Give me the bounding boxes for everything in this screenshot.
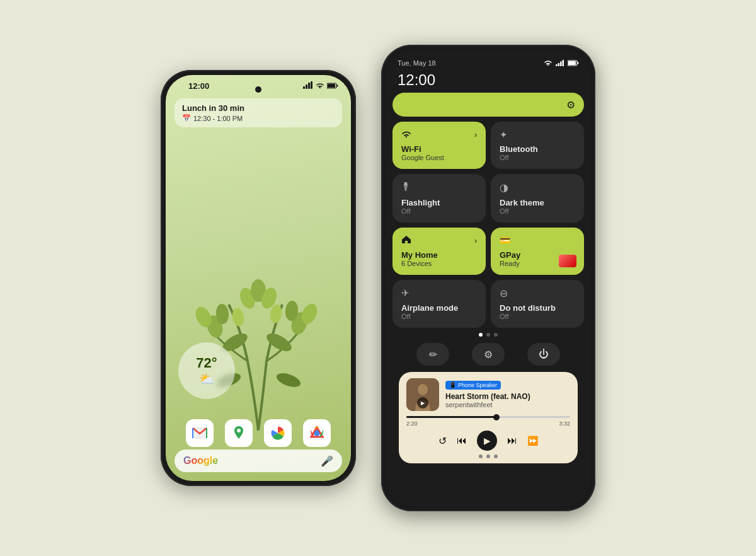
media-dots [406,455,570,458]
qs-dot-3 [494,333,498,337]
play-icon: ▶ [484,436,491,446]
media-current-time: 2:20 [406,420,418,427]
media-dot-1 [479,455,483,458]
airplane-tile-icon: ✈ [401,287,410,299]
brightness-icon: ⚙ [566,99,575,111]
qs-bottom-buttons: ✏ ⚙ ⏻ [392,339,584,369]
my-home-tile-sub: 6 Devices [401,260,477,267]
brightness-slider[interactable]: ⚙ [392,93,584,117]
dnd-tile-icon: ⊖ [500,287,508,299]
dnd-tile-name: Do not disturb [500,303,575,313]
google-search-bar[interactable]: Google 🎤 [175,449,342,472]
gpay-tile-icon: 💳 [500,235,510,245]
svg-rect-29 [563,60,564,66]
edit-button[interactable]: ✏ [416,343,449,366]
airplane-tile-name: Airplane mode [401,303,477,313]
dark-theme-tile-sub: Off [500,207,575,215]
right-signal-icon [556,57,564,69]
weather-widget: 72° ⛅ [178,342,235,399]
svg-point-22 [237,429,241,432]
dark-theme-tile-name: Dark theme [500,198,575,207]
bluetooth-tile-name: Bluetooth [500,144,575,154]
tile-dark-theme[interactable]: ◑ Dark theme Off [491,174,584,223]
wifi-chevron: › [474,130,477,139]
svg-rect-32 [578,62,579,64]
left-status-icons [303,81,338,91]
media-controls: ↺ ⏮ ▶ ⏭ ⏩ [406,431,570,451]
right-phone: Tue, May 18 [381,45,595,511]
app-maps[interactable] [225,419,253,447]
media-player: ▶ 📱 Phone Speaker Heart Storm (feat. NAO… [399,372,578,463]
svg-rect-3 [311,81,312,89]
media-times: 2:20 3:32 [406,420,570,427]
notification-sub: 📅 12:30 - 1:00 PM [182,114,335,122]
dock-apps [166,419,351,447]
bluetooth-tile-icon: ✦ [500,129,508,141]
dark-theme-tile-icon: ◑ [500,182,508,194]
media-dot-3 [494,455,498,458]
svg-point-25 [314,431,319,436]
notification-card[interactable]: Lunch in 30 min 📅 12:30 - 1:00 PM [175,98,342,127]
power-button[interactable]: ⏻ [527,343,560,366]
media-title: Heart Storm (feat. NAO) [445,392,570,401]
tile-gpay[interactable]: 💳 GPay Ready [491,228,584,275]
app-chrome[interactable] [303,419,331,447]
left-phone: 12:00 [161,70,356,486]
flashlight-tile-sub: Off [401,207,477,215]
right-camera [485,61,491,67]
tile-wifi[interactable]: › Wi-Fi Google Guest [392,122,486,169]
media-progress-fill [406,416,496,418]
left-phone-screen: 12:00 [166,75,351,481]
forward-button[interactable]: ⏩ [527,436,538,446]
dnd-tile-sub: Off [500,313,575,320]
svg-rect-2 [308,83,310,89]
media-info: 📱 Phone Speaker Heart Storm (feat. NAO) … [445,378,570,408]
media-album-art: ▶ [406,378,439,411]
media-play-overlay: ▶ [417,397,428,408]
wifi-tile-icon [401,129,411,141]
media-total-time: 3:32 [559,420,570,427]
next-button[interactable]: ⏭ [507,435,517,446]
home-chevron: › [474,236,477,245]
media-top: ▶ 📱 Phone Speaker Heart Storm (feat. NAO… [406,378,570,411]
flashlight-tile-icon [401,182,410,194]
prev-button[interactable]: ⏮ [457,435,467,446]
play-button[interactable]: ▶ [477,431,497,451]
calendar-icon: 📅 [182,114,191,122]
my-home-tile-icon [401,235,411,246]
notification-title: Lunch in 30 min [182,103,335,113]
weather-temperature: 72° [196,355,217,371]
power-icon: ⏻ [539,349,549,360]
google-logo: Google [183,455,218,466]
media-source-badge: 📱 Phone Speaker [445,381,501,390]
svg-rect-0 [303,86,305,89]
qs-page-dots [392,333,584,337]
tile-my-home[interactable]: › My Home 6 Devices [392,228,486,275]
tile-airplane[interactable]: ✈ Airplane mode Off [392,280,486,328]
media-progress-thumb [493,414,500,420]
flower-background [166,216,351,431]
tile-dnd[interactable]: ⊖ Do not disturb Off [491,280,584,328]
quick-settings-content: ⚙ › [386,93,590,506]
battery-icon [327,82,338,91]
media-progress-bar[interactable] [406,416,570,418]
gpay-card-icon [559,255,576,267]
flashlight-tile-name: Flashlight [401,198,477,207]
qs-dot-1 [479,333,483,337]
mic-icon[interactable]: 🎤 [321,455,333,467]
tile-bluetooth[interactable]: ✦ Bluetooth Off [491,122,584,169]
app-gmail[interactable] [186,419,214,447]
tile-flashlight[interactable]: Flashlight Off [392,174,486,223]
right-phone-screen: Tue, May 18 [386,50,590,506]
svg-rect-27 [558,63,560,66]
svg-rect-6 [337,84,338,86]
quick-tiles-grid: › Wi-Fi Google Guest ✦ Bluetooth Off [392,122,584,328]
settings-button[interactable]: ⚙ [472,343,505,366]
phone-speaker-icon: 📱 [449,382,456,388]
front-camera [255,86,261,93]
app-photos[interactable] [264,419,292,447]
replay-button[interactable]: ↺ [438,435,447,447]
weather-icon: ⛅ [199,371,215,386]
svg-rect-5 [328,84,335,88]
airplane-tile-sub: Off [401,313,477,320]
